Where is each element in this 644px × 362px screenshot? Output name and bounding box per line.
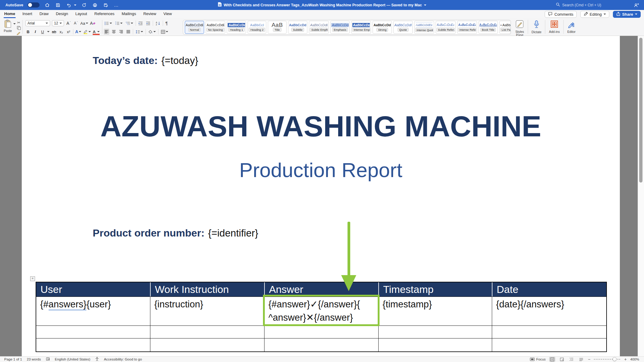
cell-timestamp-tag[interactable]: {timestamp} [378,297,492,325]
text-effects-icon[interactable]: A [75,29,81,35]
focus-icon[interactable]: Focus [530,357,546,361]
comments-button[interactable]: Comments [545,11,577,18]
outdent-icon[interactable] [138,20,143,26]
dictate-button[interactable]: Dictate [529,20,545,34]
web-layout-icon[interactable] [559,357,565,362]
tab-mailings[interactable]: Mailings [122,10,136,18]
editor-button[interactable]: Editor [564,20,578,34]
style-title[interactable]: AaBTitle [268,21,287,34]
more-icon[interactable]: … [114,2,119,8]
col-header-timestamp[interactable]: Timestamp [378,282,492,297]
style-list-paragraph[interactable]: • AaBbCcDdList Paragraph [499,21,511,34]
cut-scissors-icon[interactable]: ✂ [16,21,21,25]
document-page[interactable]: Today’s date:{=today} AZUWASH WASHING MA… [22,36,620,356]
clear-format-icon[interactable]: A [90,20,95,26]
tab-view[interactable]: View [163,10,172,18]
style-intense-emphasis[interactable]: AaBbCcDdEeIntense Emp... [351,21,371,34]
editing-mode-button[interactable]: Editing [580,11,609,18]
cell-date-tag[interactable]: {date}{/answers} [492,297,606,325]
search-input[interactable]: Search (Cmd + Ctrl + U) [556,2,628,8]
superscript-button[interactable]: x² [66,29,71,35]
tab-home[interactable]: Home [4,10,15,18]
vertical-scrollbar[interactable] [638,36,644,356]
undo-icon[interactable] [66,2,72,8]
home-icon[interactable] [44,2,50,8]
zoom-slider-knob[interactable] [613,357,617,361]
outline-view-icon[interactable] [569,357,575,362]
tab-draw[interactable]: Draw [40,10,49,18]
format-painter-icon[interactable] [16,31,21,35]
tab-references[interactable]: References [95,10,114,18]
table-move-handle[interactable]: + [30,276,35,281]
col-header-date[interactable]: Date [492,282,606,297]
zoom-out-button[interactable]: − [588,357,590,361]
font-color-icon[interactable]: A [93,29,99,35]
subscript-button[interactable]: x₂ [59,29,64,35]
styles-pane-button[interactable]: StylesPane [512,20,527,37]
align-center-icon[interactable] [111,29,117,35]
proofing-icon[interactable] [46,357,50,362]
style-subtle-reference[interactable]: AaBbCcDdEeSubtle Refer... [436,21,456,34]
style-quote[interactable]: AaBbCcDdIQuote [393,21,412,34]
col-header-user[interactable]: User [36,282,150,297]
align-left-icon[interactable] [104,29,109,35]
strikethrough-button[interactable]: ab [51,29,57,35]
sort-icon[interactable]: AZ [155,20,161,26]
cell-answer-tag[interactable]: {#answer}✓{/answer}{^answer}✕{/answer} [264,297,378,325]
paste-button[interactable]: Paste [2,20,13,35]
share-contact-icon[interactable] [633,2,640,8]
tab-review[interactable]: Review [143,10,156,18]
copy-icon[interactable] [16,26,21,30]
zoom-slider[interactable] [594,357,620,361]
print-layout-icon[interactable] [549,357,555,362]
word-count[interactable]: 23 words [27,357,41,361]
accessibility-icon[interactable] [95,357,99,362]
zoom-level[interactable]: 400% [630,357,639,361]
style-strong[interactable]: AaBbCcDdEeStrong [373,21,392,34]
scrollbar-thumb[interactable] [639,38,642,183]
cell-user-tag[interactable]: {#answers}{user} [36,297,150,325]
shrink-font-icon[interactable]: Aˇ [73,20,78,26]
shading-icon[interactable] [148,29,156,35]
style-heading-2[interactable]: AaBbCcIHeading 2 [248,21,266,34]
bold-button[interactable]: B [25,29,31,35]
align-right-icon[interactable] [118,29,124,35]
col-header-answer[interactable]: Answer [264,282,378,297]
page-count[interactable]: Page 1 of 1 [4,357,22,361]
style-book-title[interactable]: AaBbCcDdEeBook Title [479,21,498,34]
undo-menu-caret-icon[interactable] [74,5,76,6]
tab-insert[interactable]: Insert [22,10,32,18]
style-emphasis[interactable]: AaBbCcDdEeEmphasis [330,21,350,34]
line-spacing-icon[interactable] [135,29,144,35]
font-size-select[interactable]: 12 [52,20,64,26]
style-subtitle[interactable]: AaBbCcDdISubtitle [288,21,307,34]
change-case-icon[interactable]: Aa [80,20,88,26]
borders-icon[interactable] [160,29,169,35]
indent-icon[interactable] [145,20,151,26]
document-title[interactable]: With Checklists and Crosses Answer Tags_… [224,3,422,7]
draft-view-icon[interactable] [578,357,584,362]
print-icon[interactable] [91,2,98,8]
underline-caret-icon[interactable] [47,31,50,32]
numbering-icon[interactable] [114,20,123,26]
style-intense-reference[interactable]: AaBbCcDdEeIntense Refe... [457,21,477,34]
language-indicator[interactable]: English (United States) [55,357,91,361]
accessibility-status[interactable]: Accessibility: Good to go [104,357,142,361]
multilevel-list-icon[interactable] [125,20,134,26]
style-heading-1[interactable]: AaBbCcDdHeading 1 [227,21,246,34]
style-no-spacing[interactable]: AaBbCcDdEeNo Spacing [206,21,225,34]
tab-design[interactable]: Design [56,10,68,18]
redo-icon[interactable] [81,2,87,8]
share-button[interactable]: Share [613,11,641,18]
justify-icon[interactable] [126,29,131,35]
style-subtle-emphasis[interactable]: AaBbCcDdEeSubtle Emph... [309,21,329,34]
col-header-work-instruction[interactable]: Work Instruction [150,282,264,297]
cell-instruction-tag[interactable]: {instruction} [150,297,264,325]
grow-font-icon[interactable]: Aˆ [66,20,71,26]
font-name-select[interactable]: Arial [25,20,50,26]
pilcrow-icon[interactable]: ¶ [165,20,168,26]
autosave-toggle[interactable] [27,2,40,8]
highlight-icon[interactable] [83,29,91,35]
save-as-icon[interactable] [102,2,109,8]
add-ins-button[interactable]: Add-ins [546,20,563,34]
